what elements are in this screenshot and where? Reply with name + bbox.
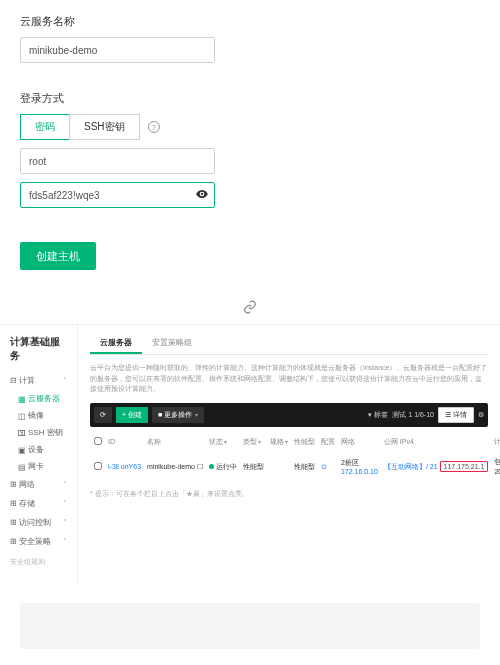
select-all-checkbox[interactable] [94, 437, 102, 445]
tab-placement-group[interactable]: 安置策略组 [142, 333, 202, 354]
instance-id[interactable]: i-3il onY63 [108, 463, 141, 470]
sidebar-item-images[interactable]: ◫镜像 [0, 407, 77, 424]
sidebar-item-nic[interactable]: ▤网卡 [0, 458, 77, 475]
create-host-button[interactable]: 创建主机 [20, 242, 96, 270]
sidebar-footer: 安全组规则 [0, 551, 77, 573]
sidebar-title: 计算基础服务 [0, 335, 77, 371]
refresh-button[interactable]: ⟳ [94, 407, 112, 423]
net-ip[interactable]: 172.16.0.10 [341, 468, 378, 475]
net-name: 2桩区 [341, 459, 359, 466]
help-icon[interactable]: ? [148, 121, 160, 133]
th-id: ID [106, 433, 143, 451]
tab-cloud-server[interactable]: 云服务器 [90, 333, 142, 354]
instance-name: minikube-demo [147, 463, 195, 470]
sidebar-group-access[interactable]: ⊞ 访问控制˅ [0, 513, 77, 532]
pager-text: 测试 1 1/6-10 [392, 410, 434, 420]
eye-icon[interactable] [195, 187, 209, 203]
th-cfg: 配置 [319, 433, 337, 451]
instance-type: 性能型 [241, 453, 266, 481]
th-pubip: 公网 IPv4 [382, 433, 491, 451]
sidebar-item-devices[interactable]: ▣设备 [0, 441, 77, 458]
billing-mode: 包年包月 [494, 458, 500, 465]
toolbar: ⟳ + 创建 ■ 更多操作▾ ▾ 标签 测试 1 1/6-10 ☰ 详情 ⚙ [90, 403, 488, 427]
username-input[interactable] [20, 148, 215, 174]
public-ip: 117.175.21.1 [440, 461, 489, 472]
filter-tags[interactable]: ▾ 标签 [368, 410, 388, 420]
instance-table: ID 名称 状态▾ 类型▾ 规格▾ 性能型 配置 网络 公网 IPv4 计费模式… [90, 431, 500, 483]
console-panel: 计算基础服务 ⊟ 计算˄ ▦云服务器 ◫镜像 ⚿SSH 密钥 ▣设备 ▤网卡 ⊞… [0, 324, 500, 583]
login-method-label: 登录方式 [20, 91, 480, 106]
th-perf: 性能型 [292, 433, 317, 451]
settings-icon[interactable]: ⚙ [478, 411, 484, 419]
service-name-input[interactable] [20, 37, 215, 63]
more-actions-button[interactable]: ■ 更多操作▾ [152, 407, 204, 423]
config-icon[interactable]: ⊙ [321, 463, 327, 470]
description-text: 云平台为您提供一种随时获取的、弹性的计算能力。这种计算能力的体现就是云服务器（I… [90, 363, 488, 395]
password-input[interactable] [20, 182, 215, 208]
main-panel: 云服务器 安置策略组 云平台为您提供一种随时获取的、弹性的计算能力。这种计算能力… [78, 325, 500, 583]
sidebar-group-network[interactable]: ⊞ 网络˅ [0, 475, 77, 494]
perf-type: 性能型 [292, 453, 317, 481]
row-checkbox[interactable] [94, 462, 102, 470]
create-button[interactable]: + 创建 [116, 407, 148, 423]
seg-password[interactable]: 密码 [20, 114, 70, 140]
detail-button[interactable]: ☰ 详情 [438, 407, 474, 423]
th-net: 网络 [339, 433, 380, 451]
th-name: 名称 [145, 433, 205, 451]
seg-sshkey[interactable]: SSH密钥 [69, 114, 140, 140]
status-dot-icon [209, 464, 214, 469]
sidebar: 计算基础服务 ⊟ 计算˄ ▦云服务器 ◫镜像 ⚿SSH 密钥 ▣设备 ▤网卡 ⊞… [0, 325, 78, 583]
billing-date: 2024-06-22 12:17:00 到期 [494, 468, 500, 475]
pubip-label[interactable]: 【互动网络】/ 21 [384, 463, 438, 470]
th-type: 类型▾ [241, 433, 266, 451]
status-text: 运行中 [216, 463, 237, 470]
service-name-label: 云服务名称 [20, 14, 480, 29]
table-footnote: * 提示：可在各个栏目上点击「★展」来设置点亮。 [90, 489, 488, 499]
link-icon [243, 300, 257, 314]
sidebar-group-security[interactable]: ⊞ 安全策略˅ [0, 532, 77, 551]
sidebar-item-cloud-server[interactable]: ▦云服务器 [0, 390, 77, 407]
th-spec: 规格▾ [268, 433, 290, 451]
table-row[interactable]: i-3il onY63 minikube-demo ☐ 运行中 性能型 性能型 … [92, 453, 500, 481]
sidebar-item-ssh-keys[interactable]: ⚿SSH 密钥 [0, 424, 77, 441]
th-billing: 计费模式 [492, 433, 500, 451]
open-icon[interactable]: ☐ [197, 463, 203, 470]
sidebar-group-compute[interactable]: ⊟ 计算˄ [0, 371, 77, 390]
sidebar-group-storage[interactable]: ⊞ 存储˅ [0, 494, 77, 513]
th-status: 状态▾ [207, 433, 239, 451]
placeholder-block [20, 603, 480, 649]
